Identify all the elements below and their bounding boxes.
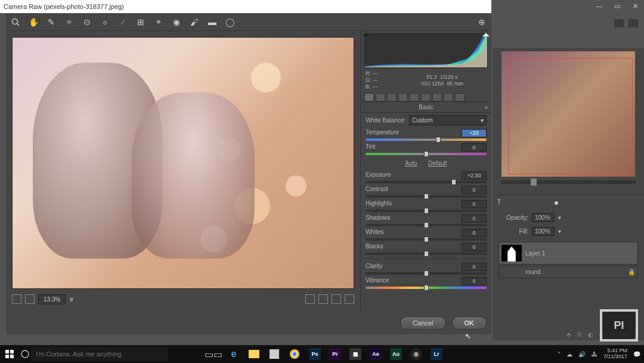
fx-icon[interactable]: fx [577,331,582,338]
crop-tool-icon[interactable]: ⟐ [100,17,110,27]
vibrance-slider[interactable] [366,287,487,289]
store-icon[interactable] [265,347,284,361]
zoom-tool-icon[interactable] [11,17,20,27]
basic-panel-scroll[interactable]: White Balance: Custom▾ Temperature+23 Ti… [361,113,491,312]
lightroom-icon[interactable]: Lr [427,347,446,361]
fill-dropdown-icon[interactable]: ▾ [558,228,561,235]
panel-menu-icon[interactable]: ≡ [485,104,488,110]
temperature-thumb[interactable] [436,137,441,143]
mask-icon[interactable]: ◐ [588,331,593,338]
aftereffects-icon[interactable]: Ae [366,347,385,361]
opacity-dropdown-icon[interactable]: ▾ [558,214,561,221]
before-after-icon[interactable] [318,294,328,304]
swap-before-after-icon[interactable] [332,294,341,304]
tab-camera[interactable] [444,93,453,101]
shadows-value[interactable]: 0 [462,214,487,223]
transform-tool-icon[interactable]: ⊞ [136,17,145,27]
layer-bg-name[interactable]: round [525,269,541,275]
onedrive-icon[interactable]: ☁ [566,351,572,358]
temperature-value[interactable]: +23 [462,129,487,137]
opacity-value[interactable]: 100% [532,213,555,222]
tab-split[interactable] [410,93,419,101]
minimize-button[interactable]: — [590,0,608,12]
cancel-button[interactable]: Cancel [400,316,445,330]
app-icon[interactable]: ▦ [346,347,365,361]
navigator-zoom-thumb[interactable] [531,179,537,186]
blacks-slider[interactable] [366,253,487,255]
fit-view-icon[interactable] [12,294,21,304]
redeye-tool-icon[interactable]: ◉ [172,17,181,27]
cortana-icon[interactable] [19,350,31,358]
obs-icon[interactable]: ◎ [407,347,426,361]
fill-value[interactable]: 100% [532,227,555,236]
graduated-filter-icon[interactable]: ▬ [208,17,217,27]
whites-slider[interactable] [366,238,487,241]
shadow-clip-icon[interactable] [363,33,370,36]
exposure-slider[interactable] [366,181,487,183]
whites-thumb[interactable] [424,236,429,242]
audition-icon[interactable]: Au [386,347,405,361]
tint-thumb[interactable] [424,151,429,157]
navigator-thumbnail[interactable] [501,51,635,177]
tab-detail[interactable] [387,93,397,101]
blacks-thumb[interactable] [424,251,429,257]
layer-row[interactable]: round 🔒 [499,266,638,278]
ps-arrange-icon[interactable] [628,19,638,27]
photoshop-icon[interactable]: Ps [305,347,324,361]
maximize-button[interactable]: ▭ [608,0,626,12]
targeted-adjust-icon[interactable]: ⊙ [82,17,92,27]
explorer-icon[interactable] [244,347,264,361]
ps-workspace-icon[interactable] [614,19,624,27]
open-preferences-icon[interactable]: ⊕ [477,17,487,27]
taskbar-clock[interactable]: 5:41 PM 7/11/2017 [603,348,627,360]
blacks-value[interactable]: 0 [462,243,487,251]
chrome-icon[interactable] [285,347,304,361]
type-tool-icon[interactable]: T [497,199,506,207]
clarity-thumb[interactable] [424,270,429,276]
radial-filter-icon[interactable]: ◯ [225,17,235,27]
clarity-value[interactable]: 0 [462,263,487,271]
tray-chevron-icon[interactable]: ˄ [558,351,561,358]
edge-icon[interactable]: e [224,347,243,361]
hand-tool-icon[interactable]: ✋ [29,17,38,27]
tab-basic[interactable] [364,93,374,101]
path-icon[interactable] [512,199,520,207]
zoom-level[interactable]: 13.3% [38,294,66,304]
wb-select[interactable]: Custom▾ [409,115,487,125]
volume-icon[interactable]: 🔊 [578,351,586,358]
vibrance-thumb[interactable] [424,285,429,291]
highlights-slider[interactable] [366,210,487,212]
vibrance-value[interactable]: 0 [462,277,487,285]
preview-cycle-icon[interactable] [305,294,315,304]
adjustment-brush-icon[interactable]: 🖌 [190,17,199,27]
navigator-zoom-slider[interactable] [501,180,636,184]
tab-hsl[interactable] [398,93,408,101]
auto-link[interactable]: Auto [405,160,417,167]
layer-thumbnail[interactable] [501,245,522,262]
contrast-value[interactable]: 0 [462,186,487,194]
spot-removal-icon[interactable]: ⌖ [154,17,163,27]
color-sampler-icon[interactable]: ✧ [64,17,74,27]
fill-view-icon[interactable] [25,294,35,304]
histogram[interactable] [364,33,488,68]
temperature-slider[interactable] [366,139,487,141]
wb-eyedropper-icon[interactable]: ✎ [47,17,56,27]
lock-icon[interactable] [526,199,534,207]
action-center-icon[interactable]: 💬 [633,351,640,358]
navigator-viewbox[interactable] [508,58,632,174]
tab-fx[interactable] [432,93,442,101]
preview-prefs-icon[interactable] [345,294,354,304]
ok-button[interactable]: OK [452,316,487,330]
contrast-thumb[interactable] [424,193,429,199]
exposure-value[interactable]: +2.30 [462,171,487,180]
contrast-slider[interactable] [366,195,487,198]
link-layers-icon[interactable]: ⬘ [566,331,571,338]
highlights-value[interactable]: 0 [462,200,487,208]
exposure-thumb[interactable] [451,179,456,185]
start-button[interactable] [0,350,19,358]
tab-presets[interactable] [455,93,465,101]
tint-slider[interactable] [366,153,487,155]
lock-all-icon[interactable] [540,199,549,207]
highlights-thumb[interactable] [424,208,429,214]
close-button[interactable]: ✕ [626,0,644,12]
